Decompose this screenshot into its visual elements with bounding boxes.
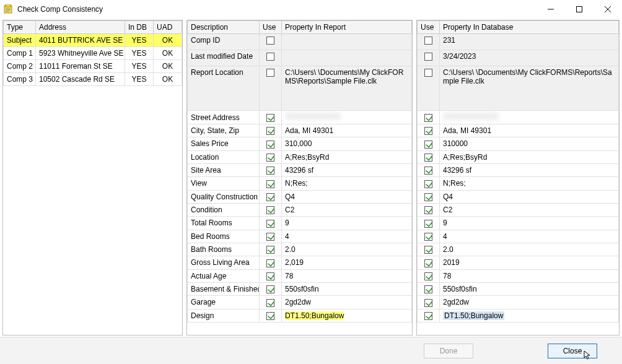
col-uad[interactable]: UAD xyxy=(154,21,182,34)
table-row[interactable]: C2 xyxy=(418,203,619,216)
col-address[interactable]: Address xyxy=(36,21,125,34)
table-row[interactable]: Garage2gd2dw xyxy=(188,296,412,309)
table-row[interactable]: LocationA;Res;BsyRd xyxy=(188,150,412,163)
table-row[interactable]: Quality ConstructionQ4 xyxy=(188,190,412,203)
use-checkbox[interactable] xyxy=(424,233,432,241)
maximize-button[interactable] xyxy=(565,0,594,19)
use-checkbox[interactable] xyxy=(266,312,274,320)
use-checkbox[interactable] xyxy=(266,180,274,188)
table-row[interactable]: 231 xyxy=(418,34,619,50)
comps-table[interactable]: Type Address In DB UAD Subject4011 BUTTR… xyxy=(3,20,182,86)
use-checkbox[interactable] xyxy=(266,246,274,254)
use-checkbox[interactable] xyxy=(424,167,432,175)
use-checkbox[interactable] xyxy=(266,272,274,280)
cell-description: Comp ID xyxy=(188,34,260,50)
use-checkbox[interactable] xyxy=(424,259,432,267)
use-checkbox[interactable] xyxy=(424,246,432,254)
use-checkbox[interactable] xyxy=(424,299,432,307)
table-row[interactable]: A;Res;BsyRd xyxy=(418,150,619,163)
table-row[interactable]: Report LocationC:\Users\ \Documents\My C… xyxy=(188,66,412,111)
use-checkbox[interactable] xyxy=(424,154,432,162)
cell-use xyxy=(418,111,440,124)
table-row[interactable]: DesignDT1.50;Bungalow xyxy=(188,309,412,322)
table-row[interactable]: Site Area43296 sf xyxy=(188,163,412,176)
use-checkbox[interactable] xyxy=(266,69,274,77)
done-button[interactable]: Done xyxy=(424,344,473,358)
close-button[interactable]: Close xyxy=(548,344,597,358)
minimize-button[interactable] xyxy=(537,0,565,19)
use-checkbox[interactable] xyxy=(266,259,274,267)
use-checkbox[interactable] xyxy=(424,180,432,188)
table-row[interactable]: Comp 15923 Whitneyville Ave SEYESOK xyxy=(4,47,182,60)
use-checkbox[interactable] xyxy=(424,141,432,149)
table-row[interactable]: Actual Age78 xyxy=(188,269,412,282)
use-checkbox[interactable] xyxy=(266,167,274,175)
use-checkbox[interactable] xyxy=(266,285,274,293)
table-row[interactable]: Total Rooms9 xyxy=(188,217,412,230)
table-row[interactable]: 4 xyxy=(418,230,619,243)
use-checkbox[interactable] xyxy=(266,193,274,201)
use-checkbox[interactable] xyxy=(424,193,432,201)
col-property-report[interactable]: Property In Report xyxy=(282,21,412,34)
table-row[interactable]: Sales Price310,000 xyxy=(188,137,412,150)
table-row[interactable]: Comp ID xyxy=(188,34,412,50)
table-row[interactable]: ConditionC2 xyxy=(188,203,412,216)
use-checkbox[interactable] xyxy=(266,127,274,135)
col-property-db[interactable]: Property In Database xyxy=(440,21,619,34)
use-checkbox[interactable] xyxy=(424,37,432,45)
table-row[interactable]: Comp 310502 Cascade Rd SEYESOK xyxy=(4,73,182,86)
use-checkbox[interactable] xyxy=(424,312,432,320)
table-row[interactable]: Basement & Finished550sf0sfin xyxy=(188,282,412,295)
table-row[interactable]: 2019 xyxy=(418,256,619,269)
table-row[interactable]: Last modified Date xyxy=(188,50,412,66)
table-row[interactable]: 78 xyxy=(418,269,619,282)
use-checkbox[interactable] xyxy=(266,141,274,149)
close-window-button[interactable] xyxy=(594,0,622,19)
table-row[interactable]: DT1.50;Bungalow xyxy=(418,309,619,322)
use-checkbox[interactable] xyxy=(266,299,274,307)
table-row[interactable]: 550sf0sfin xyxy=(418,282,619,295)
table-row[interactable]: Bed Rooms4 xyxy=(188,230,412,243)
report-table[interactable]: Description Use Property In Report Comp … xyxy=(187,20,412,323)
use-checkbox[interactable] xyxy=(424,285,432,293)
col-indb[interactable]: In DB xyxy=(125,21,154,34)
col-description[interactable]: Description xyxy=(188,21,260,34)
table-row[interactable]: C:\Users\ \Documents\My ClickFORMS\Repor… xyxy=(418,66,619,111)
use-checkbox[interactable] xyxy=(266,206,274,214)
table-row[interactable]: N;Res; xyxy=(418,177,619,190)
table-row[interactable]: 9 xyxy=(418,217,619,230)
cell-description: Last modified Date xyxy=(188,50,260,66)
col-use-report[interactable]: Use xyxy=(260,21,282,34)
table-row[interactable]: 43296 sf xyxy=(418,163,619,176)
use-checkbox[interactable] xyxy=(424,272,432,280)
table-row[interactable] xyxy=(418,111,619,124)
table-row[interactable]: Street Address xyxy=(188,111,412,124)
database-table[interactable]: Use Property In Database 2313/24/2023 C:… xyxy=(417,20,619,323)
use-checkbox[interactable] xyxy=(266,53,274,61)
use-checkbox[interactable] xyxy=(424,220,432,228)
use-checkbox[interactable] xyxy=(424,53,432,61)
table-row[interactable]: City, State, ZipAda, MI 49301 xyxy=(188,124,412,137)
use-checkbox[interactable] xyxy=(266,37,274,45)
table-row[interactable]: Subject4011 BUTTRICK AVE SEYESOK xyxy=(4,34,182,47)
use-checkbox[interactable] xyxy=(266,114,274,122)
table-row[interactable]: ViewN;Res; xyxy=(188,177,412,190)
table-row[interactable]: 3/24/2023 xyxy=(418,50,619,66)
table-row[interactable]: Ada, MI 49301 xyxy=(418,124,619,137)
table-row[interactable]: Comp 211011 Foreman St SEYESOK xyxy=(4,60,182,73)
table-row[interactable]: 2gd2dw xyxy=(418,296,619,309)
use-checkbox[interactable] xyxy=(424,114,432,122)
use-checkbox[interactable] xyxy=(266,220,274,228)
use-checkbox[interactable] xyxy=(424,127,432,135)
col-use-db[interactable]: Use xyxy=(418,21,440,34)
use-checkbox[interactable] xyxy=(424,69,432,77)
table-row[interactable]: Gross Living Area2,019 xyxy=(188,256,412,269)
col-type[interactable]: Type xyxy=(4,21,36,34)
table-row[interactable]: 310000 xyxy=(418,137,619,150)
table-row[interactable]: Bath Rooms2.0 xyxy=(188,243,412,256)
use-checkbox[interactable] xyxy=(266,154,274,162)
use-checkbox[interactable] xyxy=(424,206,432,214)
table-row[interactable]: 2.0 xyxy=(418,243,619,256)
use-checkbox[interactable] xyxy=(266,233,274,241)
table-row[interactable]: Q4 xyxy=(418,190,619,203)
